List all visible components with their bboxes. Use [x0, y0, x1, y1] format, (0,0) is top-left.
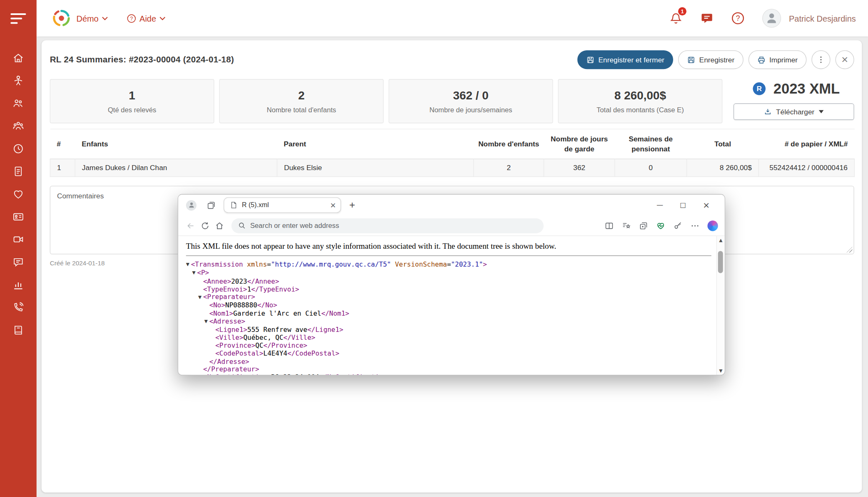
table-cell: 2 [474, 159, 544, 177]
caret-down-icon [819, 110, 824, 114]
sidebar-item-chat[interactable] [12, 256, 24, 268]
tab-stack-icon [206, 200, 216, 210]
user-avatar[interactable] [762, 9, 781, 27]
save-and-close-button[interactable]: Enregistrer et fermer [577, 50, 673, 69]
print-button[interactable]: Imprimer [748, 50, 806, 69]
tab-close-icon[interactable]: ✕ [330, 202, 336, 209]
user-name[interactable]: Patrick Desjardins [789, 14, 856, 23]
table-cell: 1 [50, 159, 75, 177]
browser-content: This XML file does not appear to have an… [178, 236, 724, 375]
browser-toolbar-icons [604, 220, 718, 231]
back-button[interactable] [186, 221, 196, 230]
xml-line: <Nom1>Garderie l'Arc en Ciel</Nom1> [186, 309, 708, 317]
topbar-actions: 1 ? Patrick Desjardins [669, 9, 856, 27]
close-panel-button[interactable]: × [836, 50, 854, 69]
table-cell: 362 [544, 159, 614, 177]
sidebar-item-group[interactable] [12, 120, 24, 132]
maximize-icon[interactable]: □ [672, 201, 695, 209]
sidebar-item-clock[interactable] [12, 143, 24, 155]
sidebar-item-card[interactable] [12, 210, 24, 223]
chevron-down-icon [102, 16, 108, 20]
sidebar-item-child[interactable] [12, 74, 24, 87]
chevron-down-icon [159, 16, 166, 20]
tab-actions-button[interactable] [206, 200, 216, 210]
copilot-icon[interactable] [707, 220, 718, 231]
save-and-close-label: Enregistrer et fermer [598, 56, 664, 64]
sidebar-item-phone[interactable] [12, 301, 24, 313]
favorites-button[interactable] [622, 221, 631, 230]
table-row[interactable]: 1James Dukes / Dilan ChanDukes Elsie2362… [50, 159, 854, 177]
panel-header: RL 24 Summaries: #2023-00004 (2024-01-18… [42, 40, 862, 77]
expand-arrow-icon[interactable]: ▼ [186, 261, 191, 269]
stat-label: Total des montants (Case E) [597, 106, 684, 114]
window-close-icon[interactable]: × [695, 200, 718, 210]
expand-arrow-icon[interactable]: ▼ [204, 318, 209, 326]
xml-tree: ▼<Transmission xmlns="http://www.mrq.gou… [186, 260, 708, 375]
address-input[interactable] [250, 222, 537, 230]
stat-value: 1 [129, 89, 135, 102]
stat-value: 362 / 0 [453, 89, 488, 102]
sidebar-item-chart[interactable] [12, 279, 24, 291]
xml-line: <No>NP088880</No> [186, 302, 708, 309]
xml-line: </Adresse> [186, 357, 708, 365]
collections-icon [639, 221, 648, 230]
sidebar-item-home[interactable] [12, 52, 24, 64]
tab-title: R (5).xml [242, 201, 326, 209]
scrollbar-thumb[interactable] [718, 251, 723, 273]
help-button[interactable]: ? [731, 12, 745, 25]
sidebar-item-ledger[interactable] [12, 324, 24, 336]
svg-text:?: ? [130, 15, 133, 21]
passwords-button[interactable] [673, 221, 683, 230]
xml-line: <NoCertification>RQ-23-24-004</NoCertifi… [186, 373, 708, 375]
stat-card-jours: 362 / 0 Nombre de jours/semaines [388, 79, 553, 123]
stats-row: 1 Qté des relevés 2 Nombre total d'enfan… [42, 77, 862, 124]
col-semaines: Semaines de pensionnat [615, 129, 687, 159]
xml-line: </Preparateur> [186, 365, 708, 373]
app-logo[interactable] [52, 9, 71, 27]
kebab-menu-icon [816, 55, 825, 64]
browser-more-button[interactable] [690, 221, 700, 230]
expand-arrow-icon[interactable]: ▼ [198, 294, 203, 302]
sidebar-item-document[interactable] [12, 165, 24, 177]
browser-tab[interactable]: R (5).xml ✕ [224, 198, 341, 213]
notice-divider [186, 255, 711, 256]
help-menu[interactable]: ? Aide [127, 14, 166, 23]
xml-line: ▼<Transmission xmlns="http://www.mrq.gou… [186, 260, 708, 269]
save-icon [687, 56, 695, 64]
split-screen-button[interactable] [604, 221, 614, 230]
stat-label: Nombre de jours/semaines [430, 106, 512, 114]
sidebar-item-video[interactable] [12, 233, 24, 245]
scroll-up-icon[interactable]: ▲ [719, 238, 722, 243]
minimize-icon[interactable]: — [648, 201, 672, 209]
browser-home-button[interactable] [215, 221, 224, 230]
xml-line: <Annee>2023</Annee> [186, 277, 708, 285]
expand-arrow-icon[interactable]: ▼ [192, 270, 197, 277]
browser-essentials-button[interactable] [656, 221, 666, 230]
download-button[interactable]: Télécharger [734, 104, 854, 120]
address-bar[interactable] [231, 218, 544, 233]
col-nb-enfants: Nombre d'enfants [474, 129, 544, 159]
messages-button[interactable] [700, 12, 714, 25]
sidebar-item-heart[interactable] [12, 188, 24, 200]
more-options-button[interactable] [811, 50, 830, 69]
collections-button[interactable] [639, 221, 648, 230]
save-button[interactable]: Enregistrer [678, 50, 743, 69]
demo-menu[interactable]: Démo [77, 14, 108, 23]
new-tab-button[interactable]: + [349, 200, 355, 210]
refresh-button[interactable] [200, 221, 210, 230]
sidebar-item-people[interactable] [12, 97, 24, 109]
download-icon [764, 108, 772, 116]
notifications-button[interactable]: 1 [669, 12, 683, 25]
browser-profile-button[interactable] [186, 200, 196, 210]
ellipsis-icon [690, 221, 700, 230]
sidebar [0, 0, 37, 497]
menu-toggle-button[interactable] [0, 0, 37, 37]
stat-card-enfants: 2 Nombre total d'enfants [219, 79, 384, 123]
logo-icon [52, 9, 71, 27]
heart-pulse-icon [656, 221, 666, 230]
scroll-down-icon[interactable]: ▼ [719, 368, 722, 373]
save-label: Enregistrer [699, 56, 735, 64]
home-icon [215, 221, 224, 230]
xml-line: <Province>QC</Province> [186, 341, 708, 349]
xml-line: ▼<Preparateur> [186, 293, 708, 302]
